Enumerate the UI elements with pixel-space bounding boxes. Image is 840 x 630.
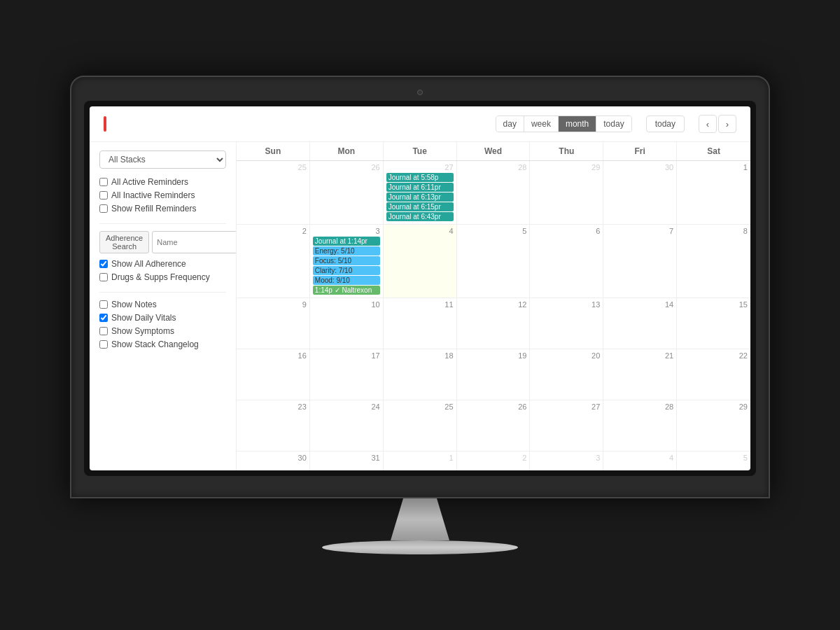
- event-mood[interactable]: Mood: 9/10: [313, 276, 380, 285]
- cal-cell-w3d3[interactable]: 19: [457, 349, 531, 400]
- cal-cell-w4d6[interactable]: 29: [677, 400, 750, 451]
- cal-cell-w0d1[interactable]: 26: [310, 161, 384, 224]
- event-energy[interactable]: Energy: 5/10: [313, 246, 380, 255]
- show-stack-changelog-checkbox[interactable]: [99, 340, 108, 349]
- show-all-adherence-checkbox[interactable]: [99, 260, 108, 268]
- cal-cell-w1d1[interactable]: 3Journal at 1:14prEnergy: 5/10Focus: 5/1…: [310, 225, 384, 298]
- show-symptoms-item[interactable]: Show Symptoms: [99, 326, 226, 336]
- cal-cell-w3d0[interactable]: 16: [237, 349, 310, 400]
- show-daily-vitals-label: Show Daily Vitals: [111, 313, 176, 323]
- cell-num: 2: [460, 454, 527, 462]
- drugs-supps-frequency-checkbox[interactable]: [99, 273, 108, 281]
- cal-cell-w5d0[interactable]: 30: [237, 451, 310, 470]
- cell-num: 9: [239, 300, 307, 309]
- cell-num: 12: [460, 300, 527, 309]
- cal-cell-w1d0[interactable]: 2: [237, 225, 310, 298]
- cal-cell-w4d5[interactable]: 28: [603, 400, 677, 451]
- cal-cell-w2d2[interactable]: 11: [384, 298, 457, 349]
- cal-cell-w2d4[interactable]: 13: [530, 298, 603, 349]
- show-symptoms-checkbox[interactable]: [99, 327, 108, 335]
- show-all-adherence-item[interactable]: Show All Adherence: [99, 259, 226, 269]
- show-daily-vitals-checkbox[interactable]: [99, 314, 108, 322]
- cal-cell-w5d6[interactable]: 5: [677, 451, 750, 470]
- all-inactive-reminders-label: All Inactive Reminders: [111, 190, 195, 200]
- event-journal[interactable]: Journal at 6:11pr: [386, 183, 454, 192]
- show-stack-changelog-item[interactable]: Show Stack Changelog: [99, 340, 226, 349]
- view-week-button[interactable]: week: [524, 116, 559, 132]
- view-day-button[interactable]: day: [496, 116, 524, 132]
- cal-cell-w1d2[interactable]: 4: [384, 225, 457, 298]
- cal-cell-w4d1[interactable]: 24: [310, 400, 384, 451]
- all-active-reminders-label: All Active Reminders: [111, 177, 188, 187]
- cal-cell-w5d1[interactable]: 31: [310, 451, 384, 470]
- cell-num: 26: [313, 163, 380, 172]
- cal-cell-w3d2[interactable]: 18: [384, 349, 457, 400]
- cal-cell-w0d3[interactable]: 28: [457, 161, 531, 224]
- show-refill-reminders-item[interactable]: Show Refill Reminders: [99, 204, 226, 214]
- event-journal[interactable]: Journal at 6:43pr: [386, 212, 454, 221]
- show-notes-checkbox[interactable]: [99, 300, 108, 309]
- cal-cell-w0d2[interactable]: 27Journal at 5:58pJournal at 6:11prJourn…: [384, 161, 457, 224]
- cal-cell-w3d4[interactable]: 20: [530, 349, 603, 400]
- event-journal[interactable]: Journal at 6:13pr: [386, 192, 454, 202]
- nav-prev-button[interactable]: ‹: [699, 115, 717, 133]
- show-symptoms-label: Show Symptoms: [111, 326, 174, 336]
- cal-cell-w4d4[interactable]: 27: [530, 400, 603, 451]
- cal-cell-w0d0[interactable]: 25: [237, 161, 310, 224]
- cal-cell-w5d3[interactable]: 2: [457, 451, 531, 470]
- cal-cell-w5d4[interactable]: 3: [530, 451, 603, 470]
- cal-cell-w0d4[interactable]: 29: [530, 161, 603, 224]
- cal-cell-w3d1[interactable]: 17: [310, 349, 384, 400]
- cal-cell-w5d5[interactable]: 4: [603, 451, 677, 470]
- cal-cell-w4d2[interactable]: 25: [384, 400, 457, 451]
- nav-next-button[interactable]: ›: [718, 115, 736, 133]
- cal-week-4: 23242526272829: [237, 400, 750, 451]
- camera-icon: [417, 90, 423, 95]
- drugs-supps-frequency-label: Drugs & Supps Frequency: [111, 272, 210, 282]
- cal-cell-w1d6[interactable]: 8: [677, 225, 750, 298]
- cal-cell-w2d6[interactable]: 15: [677, 298, 750, 349]
- sidebar: All Stacks All Active Reminders All Inac…: [90, 142, 237, 470]
- cal-cell-w0d6[interactable]: 1: [677, 161, 750, 224]
- adherence-search-button[interactable]: Adherence Search: [99, 231, 149, 253]
- view-today-inline-button[interactable]: today: [596, 116, 631, 132]
- event-journal[interactable]: Journal at 6:15pr: [386, 202, 454, 211]
- cal-cell-w2d5[interactable]: 14: [603, 298, 677, 349]
- adherence-name-input[interactable]: [152, 231, 237, 253]
- cell-num: 27: [386, 163, 454, 172]
- event-focus[interactable]: Focus: 5/10: [313, 256, 380, 265]
- cal-cell-w3d6[interactable]: 22: [677, 349, 750, 400]
- cell-num: 22: [680, 351, 748, 360]
- cal-cell-w2d0[interactable]: 9: [237, 298, 310, 349]
- nav-today-button[interactable]: today: [646, 115, 685, 132]
- cal-cell-w4d0[interactable]: 23: [237, 400, 310, 451]
- all-inactive-reminders-item[interactable]: All Inactive Reminders: [99, 190, 226, 200]
- cal-cell-w1d4[interactable]: 6: [530, 225, 603, 298]
- cal-cell-w3d5[interactable]: 21: [603, 349, 677, 400]
- cal-cell-w2d1[interactable]: 10: [310, 298, 384, 349]
- all-active-reminders-item[interactable]: All Active Reminders: [99, 177, 226, 187]
- event-journal[interactable]: Journal at 5:58p: [386, 173, 454, 182]
- stack-select[interactable]: All Stacks: [99, 150, 226, 169]
- show-notes-item[interactable]: Show Notes: [99, 300, 226, 309]
- all-active-reminders-checkbox[interactable]: [99, 178, 108, 186]
- cal-cell-w0d5[interactable]: 30: [603, 161, 677, 224]
- cal-cell-w5d2[interactable]: 1: [384, 451, 457, 470]
- cal-cell-w2d3[interactable]: 12: [457, 298, 531, 349]
- cell-num: 25: [386, 402, 454, 411]
- event-clarity[interactable]: Clarity: 7/10: [313, 266, 380, 275]
- cal-cell-w1d5[interactable]: 7: [603, 225, 677, 298]
- drugs-supps-frequency-item[interactable]: Drugs & Supps Frequency: [99, 272, 226, 282]
- cal-cell-w4d3[interactable]: 26: [457, 400, 531, 451]
- show-daily-vitals-item[interactable]: Show Daily Vitals: [99, 313, 226, 323]
- all-inactive-reminders-checkbox[interactable]: [99, 191, 108, 200]
- view-month-button[interactable]: month: [559, 116, 596, 132]
- show-refill-reminders-checkbox[interactable]: [99, 204, 108, 213]
- cell-num: 17: [313, 351, 380, 360]
- event-naltrexon[interactable]: 1:14p ✓ Naltrexon: [313, 286, 380, 295]
- event-journal[interactable]: Journal at 1:14pr: [313, 237, 380, 246]
- app-header: day week month today today ‹ ›: [90, 106, 750, 142]
- monitor: day week month today today ‹ ›: [70, 76, 770, 554]
- cal-cell-w1d3[interactable]: 5: [457, 225, 531, 298]
- cell-num: 29: [533, 163, 600, 172]
